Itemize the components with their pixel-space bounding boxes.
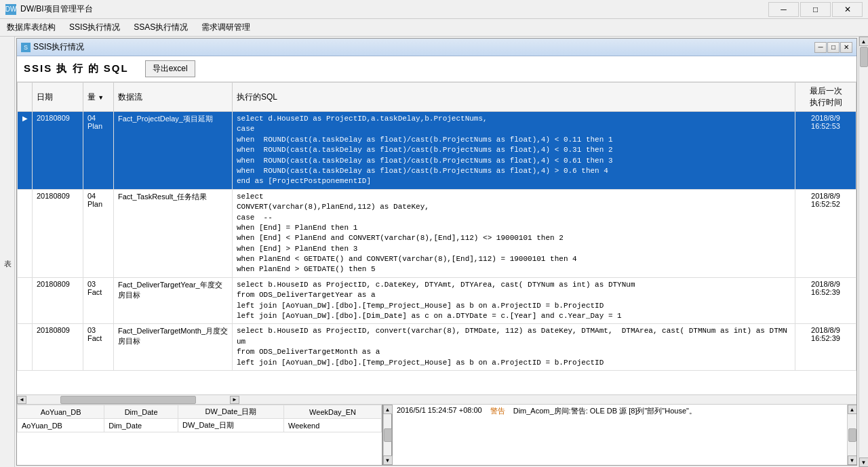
export-excel-btn[interactable]: 导出excel bbox=[145, 60, 195, 77]
bottom-col-date: DW_Date_日期 bbox=[178, 405, 283, 419]
bl-scroll-thumb[interactable] bbox=[384, 428, 392, 442]
date-cell: 20180809 bbox=[33, 324, 83, 371]
bl-scroll-down[interactable]: ▼ bbox=[383, 455, 393, 465]
num-cell: 03 Fact bbox=[83, 277, 114, 324]
bottom-left-table: AoYuan_DB Dim_Date DW_Date_日期 WeekDay_EN… bbox=[17, 405, 382, 432]
num-cell: 04 Plan bbox=[83, 189, 114, 277]
time-cell: 2018/8/9 16:52:39 bbox=[795, 324, 856, 371]
bottom-col-db: AoYuan_DB bbox=[18, 405, 104, 419]
sql-cell: select CONVERT(varchar(8),PlanEnd,112) a… bbox=[233, 189, 795, 277]
date-cell: 20180809 bbox=[33, 112, 83, 190]
bottom-col-weekday: WeekDay_EN bbox=[284, 405, 382, 419]
bottom-table-row: AoYuan_DB Dim_Date DW_Date_日期 Weekend bbox=[18, 419, 382, 432]
bottom-left-vscroll[interactable]: ▲ ▼ bbox=[383, 405, 393, 465]
content-area: SSIS 执 行 的 SQL 导出excel 日期 量 ▼ bbox=[17, 56, 856, 465]
col-header-sql[interactable]: 执行的SQL bbox=[233, 83, 795, 112]
log-message: Dim_Acom_房间:警告: OLE DB 源 [8]列"部列"House"。 bbox=[513, 406, 843, 416]
main-table-container[interactable]: 日期 量 ▼ 数据流 执行的SQL bbox=[17, 82, 856, 394]
app-maximize-btn[interactable]: □ bbox=[800, 2, 831, 17]
sql-cell: select b.HouseID as ProjectID, c.DateKey… bbox=[233, 277, 795, 324]
sort-icon: ▼ bbox=[98, 94, 104, 101]
h-scroll-left[interactable]: ◄ bbox=[17, 396, 26, 404]
num-cell: 04 Plan bbox=[83, 112, 114, 190]
date-cell: 20180809 bbox=[33, 277, 83, 324]
table-row[interactable]: 2018080903 FactFact_DeliverTargetYear_年度… bbox=[18, 277, 856, 324]
menu-ssis-status[interactable]: SSIS执行情况 bbox=[62, 20, 127, 35]
bottom-cell-weekday: Weekend bbox=[284, 419, 382, 432]
left-tab-item[interactable]: 表 bbox=[1, 251, 14, 256]
menu-demand-research[interactable]: 需求调研管理 bbox=[195, 20, 257, 35]
time-cell: 2018/8/9 16:52:53 bbox=[795, 112, 856, 190]
col-header-num[interactable]: 量 ▼ bbox=[83, 83, 114, 112]
inner-window-icon: S bbox=[21, 43, 31, 52]
log-level: 警告 bbox=[490, 406, 505, 416]
expand-cell[interactable] bbox=[18, 324, 33, 371]
menu-ssas-status[interactable]: SSAS执行情况 bbox=[127, 20, 195, 35]
main-scroll-up[interactable]: ▲ bbox=[859, 37, 869, 46]
bottom-left-panel[interactable]: AoYuan_DB Dim_Date DW_Date_日期 WeekDay_EN… bbox=[17, 405, 383, 465]
table-body: ▶2018080904 PlanFact_ProjectDelay_项目延期se… bbox=[18, 112, 856, 371]
inner-maximize-btn[interactable]: □ bbox=[827, 42, 840, 53]
menu-db-structure[interactable]: 数据库表结构 bbox=[0, 20, 62, 35]
expand-cell[interactable] bbox=[18, 189, 33, 277]
flow-cell: Fact_DeliverTargetMonth_月度交房目标 bbox=[114, 324, 233, 371]
num-cell: 03 Fact bbox=[83, 324, 114, 371]
table-row[interactable]: 2018080903 FactFact_DeliverTargetMonth_月… bbox=[18, 324, 856, 371]
bottom-right-content: 2016/5/1 15:24:57 +08:00 警告 Dim_Acom_房间:… bbox=[397, 406, 843, 416]
left-tab-panel: 表 bbox=[0, 37, 15, 467]
br-scroll-thumb[interactable] bbox=[848, 428, 856, 442]
inner-close-btn[interactable]: ✕ bbox=[840, 42, 852, 53]
col-header-flow[interactable]: 数据流 bbox=[114, 83, 233, 112]
col-header-date[interactable]: 日期 bbox=[33, 83, 83, 112]
main-scroll-down[interactable]: ▼ bbox=[859, 458, 869, 467]
inner-minimize-btn[interactable]: ─ bbox=[814, 42, 827, 53]
bottom-col-dim: Dim_Date bbox=[104, 405, 178, 419]
bottom-right-panel: 2016/5/1 15:24:57 +08:00 警告 Dim_Acom_房间:… bbox=[393, 405, 847, 465]
app-title: DW/BI项目管理平台 bbox=[20, 3, 768, 15]
app-close-btn[interactable]: ✕ bbox=[832, 2, 863, 17]
log-timestamp: 2016/5/1 15:24:57 +08:00 bbox=[397, 406, 482, 414]
inner-title-controls: ─ □ ✕ bbox=[814, 42, 852, 53]
main-table: 日期 量 ▼ 数据流 执行的SQL bbox=[17, 82, 856, 371]
bottom-right-vscroll[interactable]: ▲ ▼ bbox=[847, 405, 856, 465]
inner-window: S SSIS执行情况 ─ □ ✕ SSIS 执 行 的 SQL 导出excel bbox=[16, 38, 857, 466]
inner-title-bar: S SSIS执行情况 ─ □ ✕ bbox=[17, 39, 856, 56]
app-minimize-btn[interactable]: ─ bbox=[768, 2, 799, 17]
main-layout: 表 S SSIS执行情况 ─ □ ✕ SSIS 执 行 的 SQL 导出exce… bbox=[0, 37, 868, 467]
main-scroll-thumb[interactable] bbox=[860, 47, 868, 67]
bl-scroll-up[interactable]: ▲ bbox=[383, 405, 393, 414]
time-cell: 2018/8/9 16:52:52 bbox=[795, 189, 856, 277]
flow-cell: Fact_ProjectDelay_项目延期 bbox=[114, 112, 233, 190]
bottom-table-header: AoYuan_DB Dim_Date DW_Date_日期 WeekDay_EN bbox=[18, 405, 382, 419]
sql-cell: select b.HouseID as ProjectID, convert(v… bbox=[233, 324, 795, 371]
br-scroll-up[interactable]: ▲ bbox=[848, 405, 857, 414]
table-row[interactable]: 2018080904 PlanFact_TaskResult_任务结果selec… bbox=[18, 189, 856, 277]
table-header-row: 日期 量 ▼ 数据流 执行的SQL bbox=[18, 83, 856, 112]
inner-window-title: SSIS执行情况 bbox=[33, 41, 814, 53]
bottom-cell-db: AoYuan_DB bbox=[18, 419, 104, 432]
expand-cell[interactable] bbox=[18, 277, 33, 324]
bottom-cell-dim: Dim_Date bbox=[104, 419, 178, 432]
flow-cell: Fact_DeliverTargetYear_年度交房目标 bbox=[114, 277, 233, 324]
date-cell: 20180809 bbox=[33, 189, 83, 277]
br-scroll-down[interactable]: ▼ bbox=[848, 455, 857, 465]
menu-bar: 数据库表结构 SSIS执行情况 SSAS执行情况 需求调研管理 bbox=[0, 19, 868, 37]
title-bar: DW DW/BI项目管理平台 ─ □ ✕ bbox=[0, 0, 868, 19]
main-vscroll[interactable]: ▲ ▼ bbox=[859, 37, 868, 467]
horizontal-scrollbar[interactable]: ◄ ► bbox=[17, 394, 856, 404]
expand-arrow[interactable]: ▶ bbox=[22, 115, 28, 122]
col-header-expand bbox=[18, 83, 33, 112]
app-icon: DW bbox=[5, 4, 16, 15]
toolbar: SSIS 执 行 的 SQL 导出excel bbox=[17, 56, 856, 82]
expand-cell[interactable]: ▶ bbox=[18, 112, 33, 190]
bottom-split: AoYuan_DB Dim_Date DW_Date_日期 WeekDay_EN… bbox=[17, 405, 856, 465]
table-row[interactable]: ▶2018080904 PlanFact_ProjectDelay_项目延期se… bbox=[18, 112, 856, 190]
flow-cell: Fact_TaskResult_任务结果 bbox=[114, 189, 233, 277]
sql-cell: select d.HouseID as ProjectID,a.taskDela… bbox=[233, 112, 795, 190]
time-cell: 2018/8/9 16:52:39 bbox=[795, 277, 856, 324]
h-scroll-right[interactable]: ► bbox=[230, 396, 239, 404]
bottom-cell-date: DW_Date_日期 bbox=[178, 419, 283, 432]
h-scrollbar-thumb[interactable] bbox=[60, 396, 196, 404]
bottom-panel: AoYuan_DB Dim_Date DW_Date_日期 WeekDay_EN… bbox=[17, 404, 856, 465]
col-header-time[interactable]: 最后一次 执行时间 bbox=[795, 83, 856, 112]
